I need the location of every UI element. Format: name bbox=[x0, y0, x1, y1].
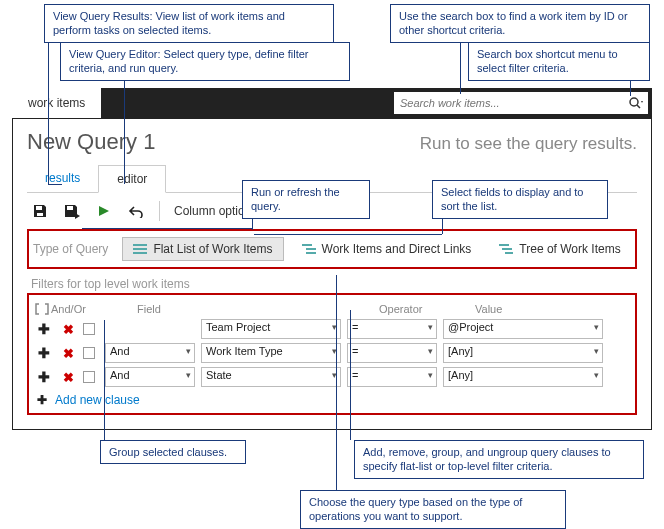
svg-point-0 bbox=[630, 98, 638, 106]
run-message: Run to see the query results. bbox=[420, 134, 637, 154]
row-checkbox[interactable] bbox=[83, 371, 95, 383]
query-type-label: Type of Query bbox=[33, 242, 108, 256]
filters-section-label: Filters for top level work items bbox=[31, 277, 637, 291]
svg-rect-5 bbox=[133, 244, 147, 246]
svg-rect-10 bbox=[306, 252, 316, 254]
operator-dropdown[interactable]: = bbox=[347, 343, 437, 363]
callout-group: Group selected clauses. bbox=[100, 440, 246, 464]
add-clause-icon[interactable]: ✚ bbox=[35, 345, 53, 361]
andor-dropdown[interactable]: And bbox=[105, 367, 195, 387]
search-menu-button[interactable] bbox=[624, 92, 648, 114]
hdr-andor: And/Or bbox=[51, 303, 86, 315]
flat-list-icon bbox=[133, 243, 147, 255]
callout-results: View Query Results: View list of work it… bbox=[44, 4, 334, 43]
value-dropdown[interactable]: [Any] bbox=[443, 343, 603, 363]
search-input[interactable] bbox=[394, 92, 624, 114]
app-window: work items New Query 1 Run to see the qu… bbox=[12, 88, 652, 430]
andor-dropdown[interactable]: And bbox=[105, 343, 195, 363]
svg-rect-3 bbox=[37, 213, 43, 216]
remove-clause-icon[interactable]: ✖ bbox=[59, 370, 77, 385]
svg-rect-2 bbox=[36, 206, 42, 210]
callout-qtype: Choose the query type based on the type … bbox=[300, 490, 566, 529]
save-as-icon[interactable] bbox=[63, 202, 81, 220]
callout-search-menu: Search box shortcut menu to select filte… bbox=[468, 42, 650, 81]
query-title: New Query 1 bbox=[27, 129, 155, 155]
value-dropdown[interactable]: @Project bbox=[443, 319, 603, 339]
filter-row: ✚ ✖ And State = [Any] bbox=[35, 365, 629, 389]
query-type-flat[interactable]: Flat List of Work Items bbox=[122, 237, 283, 261]
row-checkbox[interactable] bbox=[83, 347, 95, 359]
undo-icon[interactable] bbox=[127, 202, 145, 220]
query-type-links-label: Work Items and Direct Links bbox=[322, 242, 472, 256]
tab-editor[interactable]: editor bbox=[98, 165, 166, 193]
save-icon[interactable] bbox=[31, 202, 49, 220]
search-area bbox=[394, 88, 652, 118]
value-dropdown[interactable]: [Any] bbox=[443, 367, 603, 387]
svg-rect-6 bbox=[133, 248, 147, 250]
add-clause-icon[interactable]: ✚ bbox=[35, 369, 53, 385]
svg-rect-12 bbox=[502, 248, 512, 250]
hdr-value: Value bbox=[475, 303, 635, 315]
field-dropdown[interactable]: State bbox=[201, 367, 341, 387]
remove-clause-icon[interactable]: ✖ bbox=[59, 322, 77, 337]
svg-rect-8 bbox=[302, 244, 312, 246]
operator-dropdown[interactable]: = bbox=[347, 319, 437, 339]
svg-rect-13 bbox=[505, 252, 513, 254]
field-dropdown[interactable]: Team Project bbox=[201, 319, 341, 339]
callout-run: Run or refresh the query. bbox=[242, 180, 370, 219]
callout-filters: Add, remove, group, and ungroup query cl… bbox=[354, 440, 644, 479]
hdr-field: Field bbox=[137, 303, 227, 315]
svg-rect-11 bbox=[499, 244, 509, 246]
hub-tab-work-items[interactable]: work items bbox=[12, 88, 101, 118]
query-type-links[interactable]: Work Items and Direct Links bbox=[292, 238, 482, 260]
query-type-tree-label: Tree of Work Items bbox=[519, 242, 620, 256]
query-type-tree[interactable]: Tree of Work Items bbox=[489, 238, 630, 260]
callout-columns: Select fields to display and to sort the… bbox=[432, 180, 608, 219]
svg-line-1 bbox=[637, 105, 640, 108]
toolbar-divider bbox=[159, 201, 160, 221]
svg-rect-7 bbox=[133, 252, 147, 254]
add-new-clause-label: Add new clause bbox=[55, 393, 140, 407]
callout-editor: View Query Editor: Select query type, de… bbox=[60, 42, 350, 81]
remove-clause-icon[interactable]: ✖ bbox=[59, 346, 77, 361]
tree-icon bbox=[499, 243, 513, 255]
row-checkbox[interactable] bbox=[83, 323, 95, 335]
direct-links-icon bbox=[302, 243, 316, 255]
add-clause-icon: ✚ bbox=[37, 393, 47, 407]
svg-rect-9 bbox=[306, 248, 316, 250]
filter-row: ✚ ✖ And Work Item Type = [Any] bbox=[35, 341, 629, 365]
tab-results[interactable]: results bbox=[27, 165, 98, 192]
operator-dropdown[interactable]: = bbox=[347, 367, 437, 387]
filters-box: And/Or Field Operator Value ✚ ✖ Team Pro… bbox=[27, 293, 637, 415]
group-clauses-icon[interactable] bbox=[35, 303, 49, 315]
svg-rect-4 bbox=[67, 206, 73, 210]
add-new-clause-link[interactable]: ✚ Add new clause bbox=[35, 389, 629, 407]
add-clause-icon[interactable]: ✚ bbox=[35, 321, 53, 337]
app-body: New Query 1 Run to see the query results… bbox=[12, 118, 652, 430]
run-query-icon[interactable] bbox=[95, 202, 113, 220]
callout-search: Use the search box to find a work item b… bbox=[390, 4, 650, 43]
filters-header: And/Or Field Operator Value bbox=[35, 301, 629, 317]
filter-row: ✚ ✖ Team Project = @Project bbox=[35, 317, 629, 341]
field-dropdown[interactable]: Work Item Type bbox=[201, 343, 341, 363]
hdr-op: Operator bbox=[379, 303, 469, 315]
query-type-row: Type of Query Flat List of Work Items Wo… bbox=[27, 229, 637, 269]
hub-bar: work items bbox=[12, 88, 652, 118]
query-type-flat-label: Flat List of Work Items bbox=[153, 242, 272, 256]
